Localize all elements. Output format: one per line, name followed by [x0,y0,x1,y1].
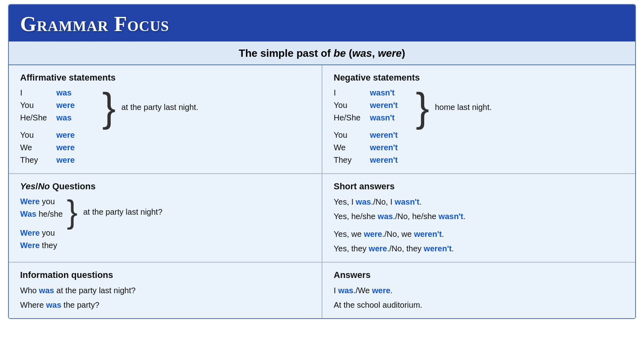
aff-verb-4: were [56,129,101,141]
yn-line-4: Were they [20,240,63,251]
neg-subj-5: We [334,142,370,153]
neg-verb-1: wasn't [370,87,414,99]
aff-brace-icon: } [102,87,116,127]
short-ans-4: Yes, they were./No, they weren't. [334,242,625,255]
aff-verb-1: was [56,87,101,99]
yn-brace-wrap: } at the party last night? [64,196,163,228]
content-area: Affirmative statements I was You were He… [9,65,635,318]
aff-subj-4: You [20,129,56,141]
page-title: Grammar Focus [20,12,169,35]
aff-subj-1: I [20,87,56,99]
aff-brace-label: at the party last night. [121,103,198,112]
yn-lines-wrap: Were you Was he/she Were you Were they }… [20,196,312,251]
aff-subj-2: You [20,99,56,111]
short-answers-half: Short answers Yes, I was./No, I wasn't. … [322,174,635,262]
section-yn-short: Yes/No Questions Were you Was he/she Wer… [9,174,635,263]
yn-line-3: Were you [20,227,63,239]
short-ans-2: Yes, he/she was./No, he/she wasn't. [334,210,625,222]
info-q-2: Where was the party? [20,299,312,311]
yn-heading: Yes/No Questions [20,181,312,192]
aff-subj-6: They [20,154,56,166]
negative-half: Negative statements I wasn't You weren't… [322,65,635,173]
neg-brace-label: home last night. [435,103,491,112]
yn-line-2: Was he/she [20,208,63,220]
aff-verb-3: was [56,112,101,124]
neg-brace-wrap: } home last night. [416,87,492,127]
section-info-answers: Information questions Who was at the par… [9,263,635,318]
header-bar: Grammar Focus [9,5,635,41]
neg-subj-2: You [334,99,370,111]
short-answers-heading: Short answers [334,181,625,192]
answer-2: At the school auditorium. [334,299,625,311]
neg-verb-3: wasn't [370,112,414,124]
aff-subj-5: We [20,142,56,153]
info-questions-half: Information questions Who was at the par… [9,263,322,318]
subtitle-row: The simple past of be (was, were) [9,41,635,65]
neg-subj-6: They [334,154,370,166]
neg-brace-icon: } [416,87,429,127]
affirmative-heading: Affirmative statements [20,73,312,83]
negative-table: I wasn't You weren't He/She wasn't You w… [334,87,625,166]
affirmative-table: I was You were He/She was You were We we… [20,87,312,166]
grammar-focus-card: Grammar Focus The simple past of be (was… [8,4,636,319]
yn-brace-label: at the party last night? [83,207,163,217]
yn-line-1: Were you [20,196,63,207]
neg-subj-4: You [334,129,370,141]
info-questions-heading: Information questions [20,270,312,280]
info-q-1: Who was at the party last night? [20,284,312,296]
negative-grid: I wasn't You weren't He/She wasn't You w… [334,87,414,166]
answer-1: I was./We were. [334,284,625,296]
neg-subj-1: I [334,87,370,99]
neg-verb-5: weren't [370,142,414,153]
yn-brace-icon: } [67,196,78,228]
neg-verb-2: weren't [370,99,414,111]
aff-verb-2: were [56,99,101,111]
answers-half: Answers I was./We were. At the school au… [322,263,635,318]
aff-subj-3: He/She [20,112,56,124]
answers-heading: Answers [334,270,625,280]
neg-verb-6: weren't [370,154,414,166]
yn-half: Yes/No Questions Were you Was he/she Wer… [9,174,322,262]
short-ans-1: Yes, I was./No, I wasn't. [334,196,625,208]
affirmative-grid: I was You were He/She was You were We we… [20,87,101,166]
neg-subj-3: He/She [334,112,370,124]
neg-spacer [334,124,414,128]
aff-verb-5: were [56,142,101,153]
subtitle-text: The simple past of be (was, were) [239,47,405,59]
aff-spacer [20,124,101,128]
aff-verb-6: were [56,154,101,166]
neg-verb-4: weren't [370,129,414,141]
aff-brace-wrap: } at the party last night. [102,87,198,127]
yn-grid: Were you Was he/she Were you Were they [20,196,63,251]
section-affirmative-negative: Affirmative statements I was You were He… [9,65,635,174]
short-ans-3: Yes, we were./No, we weren't. [334,228,625,240]
negative-heading: Negative statements [334,73,625,83]
affirmative-half: Affirmative statements I was You were He… [9,65,322,173]
yn-spacer [20,221,63,226]
